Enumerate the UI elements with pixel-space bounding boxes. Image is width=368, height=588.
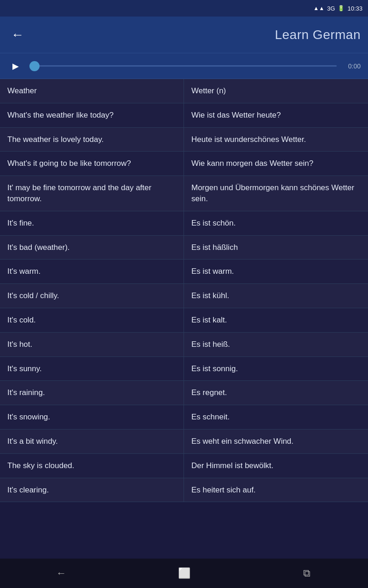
nav-bar: ← ⬜ ⧉ xyxy=(0,559,368,588)
table-row[interactable]: It' may be fine tomorrow and the day aft… xyxy=(0,176,368,211)
table-row[interactable]: The sky is clouded.Der Himmel ist bewölk… xyxy=(0,454,368,478)
cell-german: Es ist heiß. xyxy=(184,333,368,356)
battery-icon: 🔋 xyxy=(338,5,345,11)
cell-english: It's cold / chilly. xyxy=(0,284,184,308)
nav-recent-button[interactable]: ⧉ xyxy=(245,559,368,588)
table-row[interactable]: The weather is lovely today.Heute ist wu… xyxy=(0,128,368,152)
signal-label: 3G xyxy=(327,5,335,12)
table-row[interactable]: What's it going to be like tomorrow?Wie … xyxy=(0,152,368,176)
play-button[interactable]: ▶ xyxy=(7,58,24,74)
nav-back-button[interactable]: ← xyxy=(0,559,123,588)
cell-english: It's bad (weather). xyxy=(0,236,184,260)
vocab-table: WeatherWetter (n)What's the weather like… xyxy=(0,79,368,559)
cell-german: Heute ist wunderschönes Wetter. xyxy=(184,128,368,152)
header: ← Learn German xyxy=(0,17,368,53)
cell-german: Es heitert sich auf. xyxy=(184,478,368,502)
table-row[interactable]: It's cold / chilly.Es ist kühl. xyxy=(0,284,368,308)
cell-german: Es regnet. xyxy=(184,381,368,405)
table-row[interactable]: WeatherWetter (n) xyxy=(0,79,368,103)
table-row[interactable]: It's fine.Es ist schön. xyxy=(0,211,368,236)
table-row[interactable]: It's raining.Es regnet. xyxy=(0,381,368,405)
nav-home-button[interactable]: ⬜ xyxy=(123,559,246,588)
nav-recent-icon: ⧉ xyxy=(303,567,310,579)
cell-german: Wie kann morgen das Wetter sein? xyxy=(184,152,368,175)
cell-english: It's fine. xyxy=(0,211,184,235)
table-row[interactable]: It's warm.Es ist warm. xyxy=(0,260,368,284)
table-row[interactable]: It's hot.Es ist heiß. xyxy=(0,333,368,357)
table-row[interactable]: What's the weather like today?Wie ist da… xyxy=(0,103,368,128)
cell-german: Wetter (n) xyxy=(184,79,368,103)
clock: 10:33 xyxy=(347,5,362,12)
cell-english: The sky is clouded. xyxy=(0,454,184,478)
table-row[interactable]: It's clearing.Es heitert sich auf. xyxy=(0,478,368,503)
progress-knob[interactable] xyxy=(29,61,40,71)
table-row[interactable]: It's a bit windy.Es weht ein schwacher W… xyxy=(0,430,368,454)
page-title: Learn German xyxy=(28,28,361,42)
play-icon: ▶ xyxy=(12,61,19,71)
back-button[interactable]: ← xyxy=(7,25,28,45)
cell-english: It' may be fine tomorrow and the day aft… xyxy=(0,176,184,211)
signal-icon: ▲▲ xyxy=(313,5,324,11)
cell-english: It's warm. xyxy=(0,260,184,283)
table-row[interactable]: It's cold.Es ist kalt. xyxy=(0,308,368,333)
progress-track[interactable] xyxy=(29,65,337,67)
cell-english: It's clearing. xyxy=(0,478,184,502)
nav-back-icon: ← xyxy=(56,567,66,579)
cell-english: It's cold. xyxy=(0,308,184,332)
cell-german: Es schneit. xyxy=(184,405,368,429)
cell-english: It's raining. xyxy=(0,381,184,405)
time-display: 0:00 xyxy=(342,62,361,70)
cell-english: It's a bit windy. xyxy=(0,430,184,453)
cell-english: It's hot. xyxy=(0,333,184,356)
cell-german: Der Himmel ist bewölkt. xyxy=(184,454,368,478)
cell-english: What's the weather like today? xyxy=(0,103,184,127)
cell-english: The weather is lovely today. xyxy=(0,128,184,152)
cell-german: Es weht ein schwacher Wind. xyxy=(184,430,368,453)
table-row[interactable]: It's sunny.Es ist sonnig. xyxy=(0,357,368,381)
cell-english: Weather xyxy=(0,79,184,103)
cell-german: Es ist kalt. xyxy=(184,308,368,332)
cell-german: Es ist schön. xyxy=(184,211,368,235)
table-row[interactable]: It's snowing.Es schneit. xyxy=(0,405,368,430)
cell-german: Morgen und Übermorgen kann schönes Wette… xyxy=(184,176,368,211)
nav-home-icon: ⬜ xyxy=(178,567,190,579)
table-row[interactable]: It's bad (weather).Es ist häßlich xyxy=(0,236,368,260)
cell-german: Es ist warm. xyxy=(184,260,368,283)
cell-english: It's sunny. xyxy=(0,357,184,381)
audio-player: ▶ 0:00 xyxy=(0,53,368,79)
back-arrow-icon: ← xyxy=(11,28,24,42)
cell-german: Wie ist das Wetter heute? xyxy=(184,103,368,127)
cell-english: It's snowing. xyxy=(0,405,184,429)
cell-german: Es ist kühl. xyxy=(184,284,368,308)
status-bar: ▲▲ 3G 🔋 10:33 xyxy=(0,0,368,17)
cell-german: Es ist sonnig. xyxy=(184,357,368,381)
cell-german: Es ist häßlich xyxy=(184,236,368,260)
cell-english: What's it going to be like tomorrow? xyxy=(0,152,184,175)
